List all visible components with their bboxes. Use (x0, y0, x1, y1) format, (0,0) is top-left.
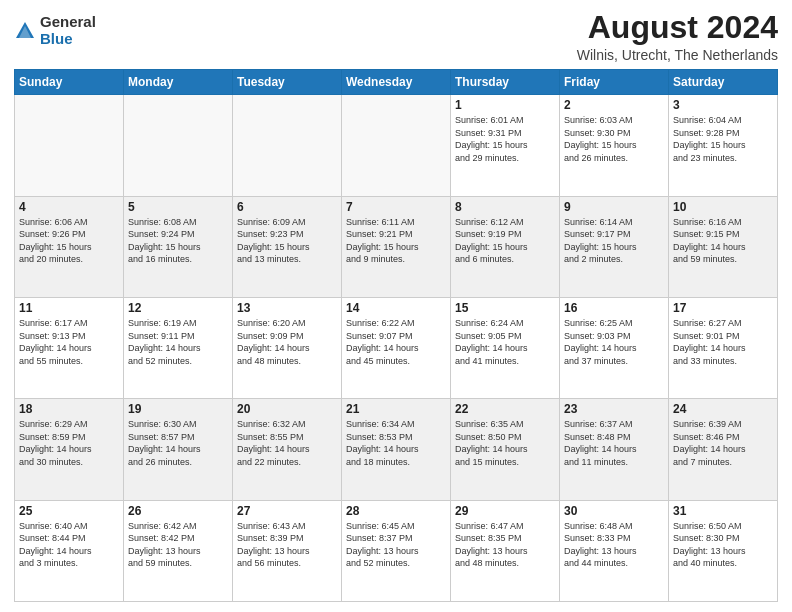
day-info: Sunrise: 6:48 AM Sunset: 8:33 PM Dayligh… (564, 520, 664, 570)
day-info: Sunrise: 6:22 AM Sunset: 9:07 PM Dayligh… (346, 317, 446, 367)
day-info: Sunrise: 6:35 AM Sunset: 8:50 PM Dayligh… (455, 418, 555, 468)
day-number: 9 (564, 200, 664, 214)
calendar-cell: 21Sunrise: 6:34 AM Sunset: 8:53 PM Dayli… (342, 399, 451, 500)
calendar-cell: 25Sunrise: 6:40 AM Sunset: 8:44 PM Dayli… (15, 500, 124, 601)
col-header-friday: Friday (560, 70, 669, 95)
calendar-table: SundayMondayTuesdayWednesdayThursdayFrid… (14, 69, 778, 602)
day-number: 16 (564, 301, 664, 315)
day-info: Sunrise: 6:27 AM Sunset: 9:01 PM Dayligh… (673, 317, 773, 367)
day-info: Sunrise: 6:29 AM Sunset: 8:59 PM Dayligh… (19, 418, 119, 468)
day-info: Sunrise: 6:39 AM Sunset: 8:46 PM Dayligh… (673, 418, 773, 468)
day-number: 3 (673, 98, 773, 112)
col-header-saturday: Saturday (669, 70, 778, 95)
calendar-cell: 20Sunrise: 6:32 AM Sunset: 8:55 PM Dayli… (233, 399, 342, 500)
calendar-cell (15, 95, 124, 196)
calendar-cell (342, 95, 451, 196)
subtitle: Wilnis, Utrecht, The Netherlands (577, 47, 778, 63)
day-number: 15 (455, 301, 555, 315)
day-info: Sunrise: 6:32 AM Sunset: 8:55 PM Dayligh… (237, 418, 337, 468)
day-info: Sunrise: 6:37 AM Sunset: 8:48 PM Dayligh… (564, 418, 664, 468)
day-number: 12 (128, 301, 228, 315)
calendar-cell: 19Sunrise: 6:30 AM Sunset: 8:57 PM Dayli… (124, 399, 233, 500)
main-title: August 2024 (577, 10, 778, 45)
calendar-cell: 4Sunrise: 6:06 AM Sunset: 9:26 PM Daylig… (15, 196, 124, 297)
calendar-cell: 22Sunrise: 6:35 AM Sunset: 8:50 PM Dayli… (451, 399, 560, 500)
calendar-cell: 17Sunrise: 6:27 AM Sunset: 9:01 PM Dayli… (669, 297, 778, 398)
day-number: 13 (237, 301, 337, 315)
calendar-cell: 16Sunrise: 6:25 AM Sunset: 9:03 PM Dayli… (560, 297, 669, 398)
day-info: Sunrise: 6:17 AM Sunset: 9:13 PM Dayligh… (19, 317, 119, 367)
day-number: 22 (455, 402, 555, 416)
day-info: Sunrise: 6:24 AM Sunset: 9:05 PM Dayligh… (455, 317, 555, 367)
day-number: 26 (128, 504, 228, 518)
col-header-sunday: Sunday (15, 70, 124, 95)
calendar-cell: 31Sunrise: 6:50 AM Sunset: 8:30 PM Dayli… (669, 500, 778, 601)
calendar-cell: 30Sunrise: 6:48 AM Sunset: 8:33 PM Dayli… (560, 500, 669, 601)
calendar-cell: 15Sunrise: 6:24 AM Sunset: 9:05 PM Dayli… (451, 297, 560, 398)
day-info: Sunrise: 6:25 AM Sunset: 9:03 PM Dayligh… (564, 317, 664, 367)
col-header-wednesday: Wednesday (342, 70, 451, 95)
calendar-cell: 18Sunrise: 6:29 AM Sunset: 8:59 PM Dayli… (15, 399, 124, 500)
day-info: Sunrise: 6:43 AM Sunset: 8:39 PM Dayligh… (237, 520, 337, 570)
day-info: Sunrise: 6:03 AM Sunset: 9:30 PM Dayligh… (564, 114, 664, 164)
day-info: Sunrise: 6:20 AM Sunset: 9:09 PM Dayligh… (237, 317, 337, 367)
day-info: Sunrise: 6:11 AM Sunset: 9:21 PM Dayligh… (346, 216, 446, 266)
day-number: 10 (673, 200, 773, 214)
logo-general: General (40, 14, 96, 31)
page: General Blue August 2024 Wilnis, Utrecht… (0, 0, 792, 612)
calendar-cell: 5Sunrise: 6:08 AM Sunset: 9:24 PM Daylig… (124, 196, 233, 297)
calendar-cell: 13Sunrise: 6:20 AM Sunset: 9:09 PM Dayli… (233, 297, 342, 398)
col-header-thursday: Thursday (451, 70, 560, 95)
day-number: 17 (673, 301, 773, 315)
day-info: Sunrise: 6:12 AM Sunset: 9:19 PM Dayligh… (455, 216, 555, 266)
day-info: Sunrise: 6:16 AM Sunset: 9:15 PM Dayligh… (673, 216, 773, 266)
week-row-3: 11Sunrise: 6:17 AM Sunset: 9:13 PM Dayli… (15, 297, 778, 398)
day-info: Sunrise: 6:04 AM Sunset: 9:28 PM Dayligh… (673, 114, 773, 164)
day-number: 30 (564, 504, 664, 518)
calendar-cell: 27Sunrise: 6:43 AM Sunset: 8:39 PM Dayli… (233, 500, 342, 601)
day-number: 27 (237, 504, 337, 518)
calendar-header-row: SundayMondayTuesdayWednesdayThursdayFrid… (15, 70, 778, 95)
calendar-cell: 23Sunrise: 6:37 AM Sunset: 8:48 PM Dayli… (560, 399, 669, 500)
calendar-cell: 26Sunrise: 6:42 AM Sunset: 8:42 PM Dayli… (124, 500, 233, 601)
col-header-monday: Monday (124, 70, 233, 95)
calendar-cell: 29Sunrise: 6:47 AM Sunset: 8:35 PM Dayli… (451, 500, 560, 601)
day-info: Sunrise: 6:09 AM Sunset: 9:23 PM Dayligh… (237, 216, 337, 266)
day-info: Sunrise: 6:14 AM Sunset: 9:17 PM Dayligh… (564, 216, 664, 266)
day-info: Sunrise: 6:47 AM Sunset: 8:35 PM Dayligh… (455, 520, 555, 570)
header: General Blue August 2024 Wilnis, Utrecht… (14, 10, 778, 63)
day-info: Sunrise: 6:30 AM Sunset: 8:57 PM Dayligh… (128, 418, 228, 468)
day-info: Sunrise: 6:34 AM Sunset: 8:53 PM Dayligh… (346, 418, 446, 468)
logo-blue: Blue (40, 31, 96, 48)
day-number: 25 (19, 504, 119, 518)
day-number: 20 (237, 402, 337, 416)
col-header-tuesday: Tuesday (233, 70, 342, 95)
day-number: 4 (19, 200, 119, 214)
day-number: 23 (564, 402, 664, 416)
day-number: 11 (19, 301, 119, 315)
calendar-cell (233, 95, 342, 196)
week-row-4: 18Sunrise: 6:29 AM Sunset: 8:59 PM Dayli… (15, 399, 778, 500)
day-info: Sunrise: 6:08 AM Sunset: 9:24 PM Dayligh… (128, 216, 228, 266)
day-number: 31 (673, 504, 773, 518)
day-info: Sunrise: 6:19 AM Sunset: 9:11 PM Dayligh… (128, 317, 228, 367)
week-row-2: 4Sunrise: 6:06 AM Sunset: 9:26 PM Daylig… (15, 196, 778, 297)
day-info: Sunrise: 6:06 AM Sunset: 9:26 PM Dayligh… (19, 216, 119, 266)
week-row-5: 25Sunrise: 6:40 AM Sunset: 8:44 PM Dayli… (15, 500, 778, 601)
day-number: 14 (346, 301, 446, 315)
calendar-cell (124, 95, 233, 196)
day-number: 19 (128, 402, 228, 416)
calendar-cell: 8Sunrise: 6:12 AM Sunset: 9:19 PM Daylig… (451, 196, 560, 297)
calendar-cell: 7Sunrise: 6:11 AM Sunset: 9:21 PM Daylig… (342, 196, 451, 297)
title-block: August 2024 Wilnis, Utrecht, The Netherl… (577, 10, 778, 63)
day-number: 28 (346, 504, 446, 518)
calendar-cell: 3Sunrise: 6:04 AM Sunset: 9:28 PM Daylig… (669, 95, 778, 196)
calendar-cell: 6Sunrise: 6:09 AM Sunset: 9:23 PM Daylig… (233, 196, 342, 297)
day-info: Sunrise: 6:40 AM Sunset: 8:44 PM Dayligh… (19, 520, 119, 570)
week-row-1: 1Sunrise: 6:01 AM Sunset: 9:31 PM Daylig… (15, 95, 778, 196)
calendar-cell: 12Sunrise: 6:19 AM Sunset: 9:11 PM Dayli… (124, 297, 233, 398)
calendar-cell: 9Sunrise: 6:14 AM Sunset: 9:17 PM Daylig… (560, 196, 669, 297)
day-number: 2 (564, 98, 664, 112)
calendar-cell: 14Sunrise: 6:22 AM Sunset: 9:07 PM Dayli… (342, 297, 451, 398)
calendar-cell: 1Sunrise: 6:01 AM Sunset: 9:31 PM Daylig… (451, 95, 560, 196)
